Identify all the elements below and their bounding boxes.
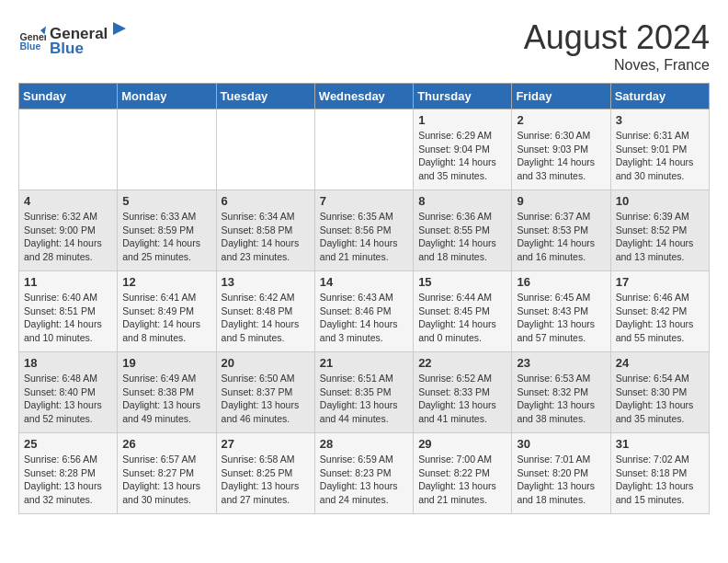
logo-icon: General Blue	[18, 25, 46, 52]
calendar-cell: 7Sunrise: 6:35 AM Sunset: 8:56 PM Daylig…	[314, 190, 413, 271]
day-number: 1	[418, 113, 506, 127]
calendar-cell: 2Sunrise: 6:30 AM Sunset: 9:03 PM Daylig…	[512, 109, 610, 190]
calendar-cell	[314, 109, 413, 190]
day-detail: Sunrise: 6:37 AM Sunset: 8:53 PM Dayligh…	[517, 210, 605, 264]
day-number: 18	[24, 356, 112, 370]
calendar-cell	[19, 109, 118, 190]
day-number: 30	[517, 437, 605, 451]
calendar-week-row: 11Sunrise: 6:40 AM Sunset: 8:51 PM Dayli…	[19, 271, 710, 352]
logo-arrow-icon	[109, 18, 130, 39]
logo: General Blue General Blue	[18, 18, 130, 58]
day-number: 14	[320, 275, 408, 289]
day-detail: Sunrise: 6:36 AM Sunset: 8:55 PM Dayligh…	[418, 210, 506, 264]
weekday-header-saturday: Saturday	[610, 84, 709, 109]
location-subtitle: Noves, France	[524, 57, 710, 74]
calendar-cell: 28Sunrise: 6:59 AM Sunset: 8:23 PM Dayli…	[314, 433, 413, 514]
day-number: 8	[418, 194, 506, 208]
day-number: 4	[24, 194, 112, 208]
calendar-table: SundayMondayTuesdayWednesdayThursdayFrid…	[18, 83, 710, 514]
day-detail: Sunrise: 7:01 AM Sunset: 8:20 PM Dayligh…	[517, 453, 605, 507]
calendar-cell: 14Sunrise: 6:43 AM Sunset: 8:46 PM Dayli…	[314, 271, 413, 352]
calendar-cell: 13Sunrise: 6:42 AM Sunset: 8:48 PM Dayli…	[216, 271, 314, 352]
calendar-cell: 9Sunrise: 6:37 AM Sunset: 8:53 PM Daylig…	[512, 190, 610, 271]
calendar-cell: 21Sunrise: 6:51 AM Sunset: 8:35 PM Dayli…	[314, 352, 413, 433]
day-detail: Sunrise: 6:32 AM Sunset: 9:00 PM Dayligh…	[24, 210, 112, 264]
calendar-cell: 6Sunrise: 6:34 AM Sunset: 8:58 PM Daylig…	[216, 190, 314, 271]
day-number: 3	[616, 113, 704, 127]
day-number: 28	[320, 437, 408, 451]
day-detail: Sunrise: 6:52 AM Sunset: 8:33 PM Dayligh…	[418, 372, 506, 426]
calendar-cell: 26Sunrise: 6:57 AM Sunset: 8:27 PM Dayli…	[118, 433, 216, 514]
day-number: 19	[122, 356, 210, 370]
day-number: 15	[418, 275, 506, 289]
calendar-cell: 22Sunrise: 6:52 AM Sunset: 8:33 PM Dayli…	[414, 352, 512, 433]
day-number: 5	[122, 194, 210, 208]
calendar-cell: 30Sunrise: 7:01 AM Sunset: 8:20 PM Dayli…	[512, 433, 610, 514]
day-detail: Sunrise: 6:54 AM Sunset: 8:30 PM Dayligh…	[616, 372, 704, 426]
day-detail: Sunrise: 6:57 AM Sunset: 8:27 PM Dayligh…	[122, 453, 210, 507]
day-number: 2	[517, 113, 605, 127]
weekday-header-tuesday: Tuesday	[216, 84, 314, 109]
calendar-cell: 11Sunrise: 6:40 AM Sunset: 8:51 PM Dayli…	[19, 271, 118, 352]
day-detail: Sunrise: 6:35 AM Sunset: 8:56 PM Dayligh…	[320, 210, 408, 264]
day-number: 7	[320, 194, 408, 208]
day-detail: Sunrise: 6:50 AM Sunset: 8:37 PM Dayligh…	[222, 372, 310, 426]
day-detail: Sunrise: 6:59 AM Sunset: 8:23 PM Dayligh…	[320, 453, 408, 507]
day-detail: Sunrise: 6:39 AM Sunset: 8:52 PM Dayligh…	[616, 210, 704, 264]
day-detail: Sunrise: 6:53 AM Sunset: 8:32 PM Dayligh…	[517, 372, 605, 426]
day-number: 17	[616, 275, 704, 289]
header: General Blue General Blue August 2024 No…	[18, 18, 710, 74]
day-number: 11	[24, 275, 112, 289]
day-detail: Sunrise: 6:40 AM Sunset: 8:51 PM Dayligh…	[24, 291, 112, 345]
calendar-cell: 27Sunrise: 6:58 AM Sunset: 8:25 PM Dayli…	[216, 433, 314, 514]
weekday-header-sunday: Sunday	[19, 84, 118, 109]
day-detail: Sunrise: 6:58 AM Sunset: 8:25 PM Dayligh…	[222, 453, 310, 507]
calendar-cell: 29Sunrise: 7:00 AM Sunset: 8:22 PM Dayli…	[414, 433, 512, 514]
weekday-header-monday: Monday	[118, 84, 216, 109]
day-detail: Sunrise: 6:48 AM Sunset: 8:40 PM Dayligh…	[24, 372, 112, 426]
day-number: 26	[122, 437, 210, 451]
day-detail: Sunrise: 6:30 AM Sunset: 9:03 PM Dayligh…	[517, 129, 605, 183]
day-detail: Sunrise: 6:42 AM Sunset: 8:48 PM Dayligh…	[222, 291, 310, 345]
calendar-week-row: 4Sunrise: 6:32 AM Sunset: 9:00 PM Daylig…	[19, 190, 710, 271]
weekday-header-wednesday: Wednesday	[314, 84, 413, 109]
day-detail: Sunrise: 6:46 AM Sunset: 8:42 PM Dayligh…	[616, 291, 704, 345]
month-year-title: August 2024	[524, 18, 710, 57]
day-detail: Sunrise: 6:56 AM Sunset: 8:28 PM Dayligh…	[24, 453, 112, 507]
calendar-cell	[216, 109, 314, 190]
calendar-cell: 23Sunrise: 6:53 AM Sunset: 8:32 PM Dayli…	[512, 352, 610, 433]
day-number: 25	[24, 437, 112, 451]
day-number: 9	[517, 194, 605, 208]
calendar-cell: 18Sunrise: 6:48 AM Sunset: 8:40 PM Dayli…	[19, 352, 118, 433]
calendar-cell: 16Sunrise: 6:45 AM Sunset: 8:43 PM Dayli…	[512, 271, 610, 352]
calendar-cell: 24Sunrise: 6:54 AM Sunset: 8:30 PM Dayli…	[610, 352, 709, 433]
calendar-week-row: 18Sunrise: 6:48 AM Sunset: 8:40 PM Dayli…	[19, 352, 710, 433]
day-detail: Sunrise: 6:29 AM Sunset: 9:04 PM Dayligh…	[418, 129, 506, 183]
day-detail: Sunrise: 6:45 AM Sunset: 8:43 PM Dayligh…	[517, 291, 605, 345]
calendar-cell: 31Sunrise: 7:02 AM Sunset: 8:18 PM Dayli…	[610, 433, 709, 514]
calendar-cell: 17Sunrise: 6:46 AM Sunset: 8:42 PM Dayli…	[610, 271, 709, 352]
day-number: 6	[222, 194, 310, 208]
day-number: 16	[517, 275, 605, 289]
day-detail: Sunrise: 7:00 AM Sunset: 8:22 PM Dayligh…	[418, 453, 506, 507]
day-number: 10	[616, 194, 704, 208]
day-number: 12	[122, 275, 210, 289]
day-number: 22	[418, 356, 506, 370]
day-detail: Sunrise: 6:34 AM Sunset: 8:58 PM Dayligh…	[222, 210, 310, 264]
day-number: 27	[222, 437, 310, 451]
day-number: 23	[517, 356, 605, 370]
day-detail: Sunrise: 6:44 AM Sunset: 8:45 PM Dayligh…	[418, 291, 506, 345]
day-number: 31	[616, 437, 704, 451]
day-number: 20	[222, 356, 310, 370]
svg-marker-3	[113, 22, 126, 35]
day-detail: Sunrise: 6:33 AM Sunset: 8:59 PM Dayligh…	[122, 210, 210, 264]
calendar-cell: 20Sunrise: 6:50 AM Sunset: 8:37 PM Dayli…	[216, 352, 314, 433]
calendar-cell: 3Sunrise: 6:31 AM Sunset: 9:01 PM Daylig…	[610, 109, 709, 190]
day-number: 13	[222, 275, 310, 289]
weekday-header-friday: Friday	[512, 84, 610, 109]
calendar-cell	[118, 109, 216, 190]
calendar-cell: 15Sunrise: 6:44 AM Sunset: 8:45 PM Dayli…	[414, 271, 512, 352]
weekday-header-row: SundayMondayTuesdayWednesdayThursdayFrid…	[19, 84, 710, 109]
svg-text:Blue: Blue	[20, 40, 41, 52]
calendar-cell: 5Sunrise: 6:33 AM Sunset: 8:59 PM Daylig…	[118, 190, 216, 271]
